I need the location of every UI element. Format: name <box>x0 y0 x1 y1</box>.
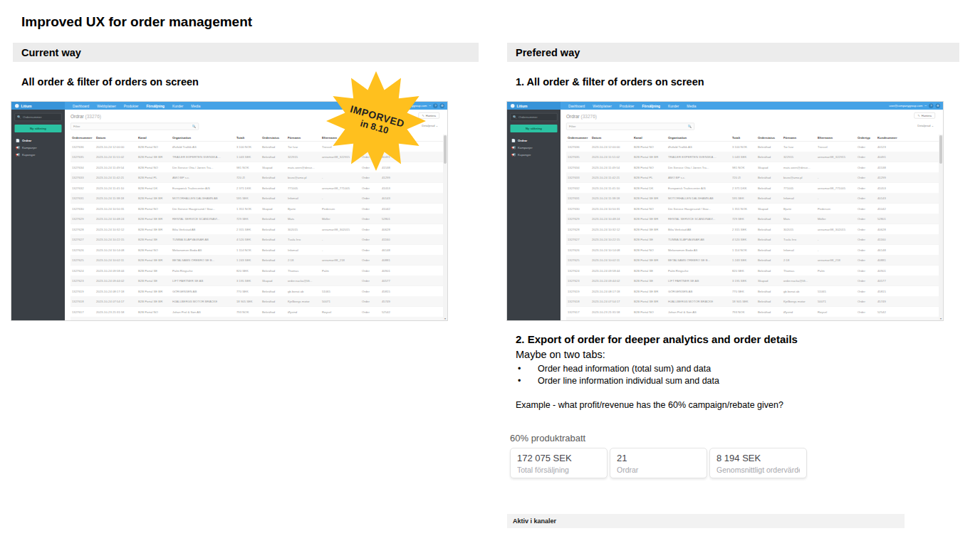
vertical-scrollbar[interactable]: ▾ <box>443 135 447 320</box>
manage-button[interactable]: ✎Hantera <box>914 112 935 119</box>
table-row[interactable]: 13276172023-10-23 21:31:58B2B Portal NOJ… <box>566 307 939 317</box>
nav-item-media[interactable]: Media <box>687 104 696 108</box>
nav-item-webbplatser[interactable]: Webbplatser <box>593 104 612 108</box>
sidebar-item-kuponger[interactable]: 📢Kuponger <box>511 151 558 158</box>
scrollbar-down-arrow[interactable]: ▾ <box>939 316 943 320</box>
table-row[interactable]: 13276172023-10-23 21:31:58B2B Portal NOJ… <box>71 307 443 317</box>
order-number-search-input[interactable]: 🔍Ordernummer <box>511 113 558 121</box>
filter-input[interactable]: Filter🔍 <box>71 123 199 130</box>
gear-icon[interactable]: ⚙ <box>936 103 941 108</box>
table-row[interactable]: 13276322023-10-24 11:41:10B2B Portal DKE… <box>71 183 443 194</box>
cell: 1327627 <box>566 234 590 245</box>
sidebar-item-kampanjer[interactable]: 📢Kampanjer <box>511 144 558 151</box>
cell: 2023-10-24 10:02:11 <box>95 255 137 266</box>
column-header[interactable]: Orderstatus <box>756 134 782 142</box>
table-row[interactable]: 13276232023-10-24 09:44:02B2B Portal SEL… <box>71 275 443 286</box>
nav-item-produkter[interactable]: Produkter <box>620 104 635 108</box>
scrollbar-thumb[interactable] <box>444 135 447 164</box>
sidebar-item-ordrar[interactable]: 📄Ordrar <box>15 137 62 144</box>
table-row[interactable]: 13276282023-10-24 10:32:12B2B Portal SE … <box>566 224 939 235</box>
nav-item-dashboard[interactable]: Dashboard <box>73 104 89 108</box>
nav-item-webbplatser[interactable]: Webbplatser <box>97 104 116 108</box>
nav-item-media[interactable]: Media <box>191 104 200 108</box>
column-header[interactable]: Totalt <box>731 134 756 142</box>
table-row[interactable]: 13276252023-10-24 10:02:11B2B Portal SE … <box>566 255 939 266</box>
cell: B2B Portal NO <box>137 142 171 152</box>
sidebar-item-ordrar[interactable]: 📄Ordrar <box>511 137 558 144</box>
table-row[interactable]: 13276262023-10-24 10:14:08B2B Portal NOM… <box>566 245 939 256</box>
column-header[interactable]: Orderstatus <box>261 134 286 142</box>
cell: 2 315 SEK <box>731 224 756 235</box>
column-header[interactable]: Totalt <box>235 134 261 142</box>
table-row[interactable]: 13276192023-10-24 08:17:18B2B Portal SE … <box>71 286 443 297</box>
table-row[interactable]: 13276252023-10-24 10:02:11B2B Portal SE … <box>71 255 443 266</box>
sidebar-item-label: Kampanjer <box>518 146 533 149</box>
table-row[interactable]: 13276262023-10-24 10:14:08B2B Portal NOM… <box>71 245 443 256</box>
table-row[interactable]: 13276232023-10-24 09:44:02B2B Portal SEL… <box>566 275 939 286</box>
sidebar-item-kuponger[interactable]: 📢Kuponger <box>15 151 62 158</box>
cell: 2023-10-23 20:20:39 <box>590 317 632 320</box>
cell: B2B Portal NO <box>632 245 667 256</box>
table-row[interactable]: 13276182023-10-24 07:54:17B2B Portal SE … <box>71 296 443 307</box>
table-row[interactable]: 13276242023-10-24 09:58:44B2B Portal SEP… <box>71 266 443 276</box>
nav-item-dashboard[interactable]: Dashboard <box>568 104 585 108</box>
column-header[interactable]: Datum <box>590 134 632 142</box>
table-row[interactable]: 13276272023-10-24 10:22:15B2B Portal SET… <box>566 234 939 245</box>
table-row[interactable]: 13276352023-10-24 11:51:02B2B Portal SE … <box>566 152 939 162</box>
nav-item-försäljning[interactable]: Försäljning <box>146 104 165 108</box>
cell: 40123 <box>876 142 905 152</box>
table-row[interactable]: 13276192023-10-24 08:17:18B2B Portal SE … <box>566 286 939 297</box>
column-header[interactable]: Ordernummer <box>71 134 95 142</box>
new-search-button[interactable]: Ny sökning <box>15 125 62 132</box>
cell: 2023-10-24 11:41:10 <box>95 183 137 194</box>
column-header[interactable]: Organisation <box>667 134 731 142</box>
column-header[interactable]: Ordertyp <box>856 134 876 142</box>
sidebar-item-kampanjer[interactable]: 📢Kampanjer <box>15 144 62 151</box>
table-row[interactable]: 71738812023-10-23 20:20:39B2B Portal DKP… <box>71 317 443 320</box>
column-header[interactable]: Organisation <box>171 134 235 142</box>
column-header[interactable]: Ordernummer <box>566 134 590 142</box>
table-row[interactable]: 13276322023-10-24 11:41:10B2B Portal DKE… <box>566 183 939 194</box>
nav-item-kunder[interactable]: Kunder <box>668 104 679 108</box>
column-header[interactable]: Kundnummer <box>876 134 905 142</box>
scrollbar-thumb[interactable] <box>939 135 942 164</box>
view-selector-dropdown[interactable]: Detaljerad ⌄ <box>917 125 934 128</box>
order-number-search-input[interactable]: 🔍Ordernummer <box>15 113 62 121</box>
gear-icon[interactable]: ⚙ <box>440 103 445 108</box>
cell: 1327630 <box>566 204 590 214</box>
nav-item-försäljning[interactable]: Försäljning <box>642 104 660 108</box>
cell: B2B Portal SE <box>137 234 171 245</box>
nav-item-kunder[interactable]: Kunder <box>172 104 183 108</box>
filter-input[interactable]: Filter🔍 <box>566 123 694 130</box>
table-row[interactable]: 13276242023-10-24 09:58:44B2B Portal SEP… <box>566 266 939 276</box>
column-header[interactable]: Kanal <box>632 134 667 142</box>
table-row[interactable]: 13276362023-10-24 12:00:00B2B Portal NOØ… <box>566 142 939 152</box>
table-row[interactable]: 13276332023-10-24 11:42:21B2B Portal PLA… <box>566 172 939 183</box>
column-header[interactable]: Förnamn <box>782 134 816 142</box>
table-row[interactable]: 13276302023-10-24 10:50:31B2B Portal NOD… <box>566 204 939 214</box>
cell: B2B Portal NO <box>632 307 667 317</box>
table-row[interactable]: 13276182023-10-24 07:54:17B2B Portal SE … <box>566 296 939 307</box>
cell: B2B Portal SE BR <box>137 286 171 297</box>
column-header-filler <box>905 134 939 142</box>
table-row[interactable]: 13276342023-10-24 11:49:54B2B Portal NOD… <box>566 162 939 173</box>
column-header[interactable]: Datum <box>95 134 137 142</box>
table-row[interactable]: 13276312023-10-24 11:38:18B2B Portal SE … <box>566 193 939 204</box>
new-search-button[interactable]: Ny sökning <box>511 125 558 132</box>
column-header[interactable]: Efternamn <box>816 134 856 142</box>
minimize-icon[interactable]: – <box>924 104 927 107</box>
vertical-scrollbar[interactable]: ▾ <box>939 135 943 320</box>
column-header[interactable]: Kanal <box>137 134 171 142</box>
table-row[interactable]: 13276302023-10-24 10:50:31B2B Portal NOD… <box>71 204 443 214</box>
table-row[interactable]: 13276292023-10-24 10:48:24B2B Portal SE … <box>566 214 939 224</box>
table-row[interactable]: 13276272023-10-24 10:22:15B2B Portal SET… <box>71 234 443 245</box>
manage-button-label: Hantera <box>922 114 932 117</box>
scrollbar-down-arrow[interactable]: ▾ <box>443 316 447 320</box>
table-row[interactable]: 13276282023-10-24 10:32:12B2B Portal SE … <box>71 224 443 235</box>
help-icon[interactable]: ? <box>929 103 934 108</box>
table-row[interactable]: 13276312023-10-24 11:38:18B2B Portal SE … <box>71 193 443 204</box>
table-row[interactable]: 13276292023-10-24 10:48:24B2B Portal SE … <box>71 214 443 224</box>
table-row[interactable]: 71738812023-10-23 20:20:39B2B Portal DKP… <box>566 317 939 320</box>
sidebar-item-label: Kuponger <box>518 153 531 157</box>
nav-item-produkter[interactable]: Produkter <box>124 104 139 108</box>
